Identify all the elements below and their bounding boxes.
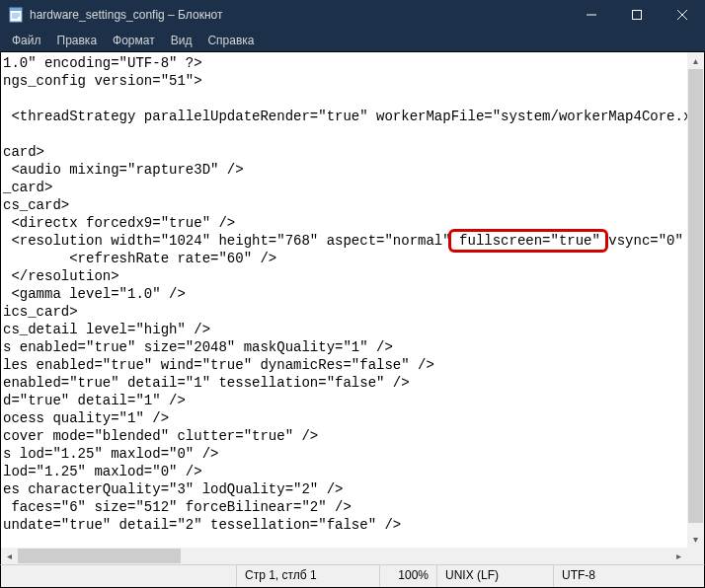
horizontal-scrollbar[interactable]: ◂ ▸: [1, 548, 687, 564]
menubar: Файл Правка Формат Вид Справка: [0, 30, 705, 51]
status-zoom: 100%: [379, 565, 436, 587]
scroll-corner: [687, 548, 704, 564]
menu-view[interactable]: Вид: [163, 32, 200, 49]
menu-file[interactable]: Файл: [4, 32, 49, 49]
menu-edit[interactable]: Правка: [49, 32, 106, 49]
close-button[interactable]: [660, 0, 705, 30]
menu-format[interactable]: Формат: [105, 32, 163, 49]
scroll-right-button[interactable]: ▸: [670, 548, 687, 564]
svg-rect-6: [633, 11, 642, 20]
scroll-up-button[interactable]: ▴: [687, 52, 704, 69]
status-spacer: [1, 565, 236, 587]
status-eol: UNIX (LF): [436, 565, 553, 587]
vertical-scroll-thumb[interactable]: [688, 69, 703, 523]
window-title: hardware_settings_config – Блокнот: [30, 8, 569, 22]
titlebar: hardware_settings_config – Блокнот: [0, 0, 705, 30]
maximize-button[interactable]: [614, 0, 660, 30]
editor-area: 1.0" encoding="UTF-8" ?> ngs_config vers…: [0, 51, 705, 564]
text-editor[interactable]: 1.0" encoding="UTF-8" ?> ngs_config vers…: [1, 52, 687, 548]
status-position: Стр 1, стлб 1: [236, 565, 379, 587]
window-buttons: [569, 0, 705, 30]
scroll-left-button[interactable]: ◂: [1, 548, 18, 564]
statusbar: Стр 1, стлб 1 100% UNIX (LF) UTF-8: [0, 564, 705, 588]
status-encoding: UTF-8: [553, 565, 704, 587]
notepad-icon: [8, 7, 24, 23]
menu-help[interactable]: Справка: [199, 32, 262, 49]
svg-rect-1: [10, 8, 22, 11]
vertical-scrollbar[interactable]: ▴ ▾: [687, 52, 704, 548]
horizontal-scroll-thumb[interactable]: [18, 549, 181, 563]
minimize-button[interactable]: [569, 0, 614, 30]
scroll-down-button[interactable]: ▾: [687, 531, 704, 548]
